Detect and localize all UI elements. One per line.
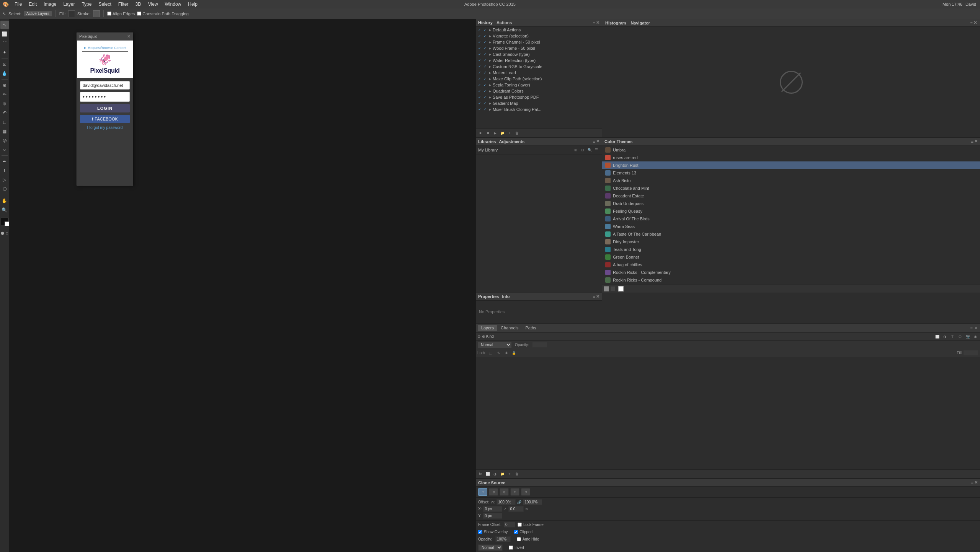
action-rgb[interactable]: ✓ ✓ ▶ Custom RGB to Grayscale xyxy=(476,64,602,70)
theme-green[interactable]: Green Bonnet xyxy=(602,253,980,261)
tab-navigator[interactable]: Navigator xyxy=(630,21,650,25)
theme-chillies[interactable]: A bag of chillies xyxy=(602,261,980,269)
auto-hide-checkbox[interactable] xyxy=(517,537,521,541)
layer-new-btn[interactable]: + xyxy=(506,471,513,477)
panel-menu-icon[interactable]: ≡ xyxy=(593,21,595,25)
theme-decadent[interactable]: Decadent Estate xyxy=(602,192,980,200)
action-gradient[interactable]: ✓ ✓ ▶ Gradient Map xyxy=(476,100,602,106)
lock-move-btn[interactable]: ✎ xyxy=(496,350,502,356)
menu-file[interactable]: File xyxy=(11,1,25,8)
opacity-value-input[interactable] xyxy=(495,536,511,542)
action-sepia[interactable]: ✓ ✓ ▶ Sepia Toning (layer) xyxy=(476,82,602,88)
tool-eyedropper[interactable]: 💧 xyxy=(0,69,9,78)
tool-shape[interactable]: ⬡ xyxy=(0,185,9,193)
filter-smart[interactable]: 📷 xyxy=(965,334,971,340)
screen-mode-icon[interactable]: ◻ xyxy=(6,231,8,235)
clone-src-1[interactable]: ⎅ xyxy=(478,488,487,496)
layer-mask-btn[interactable]: ⬜ xyxy=(485,471,491,477)
x-input[interactable] xyxy=(483,506,502,512)
theme-caribbean[interactable]: A Taste Of The Caribbean xyxy=(602,230,980,238)
menu-edit[interactable]: Edit xyxy=(26,1,40,8)
stroke-color[interactable] xyxy=(93,10,100,17)
theme-rockin-compound[interactable]: Rockin Ricks - Compound xyxy=(602,276,980,284)
tab-properties[interactable]: Properties xyxy=(478,294,499,299)
refresh-icon[interactable]: ↻ xyxy=(525,507,528,511)
fill-color[interactable] xyxy=(68,10,75,17)
menu-window[interactable]: Window xyxy=(162,1,185,8)
theme-umbra[interactable]: Umbra xyxy=(602,146,980,154)
tool-history-brush[interactable]: ↶ xyxy=(0,109,9,117)
clone-src-4[interactable]: ⎅ xyxy=(510,488,519,496)
tool-dodge[interactable]: ○ xyxy=(0,145,9,154)
clone-source-close-icon[interactable]: ✕ xyxy=(974,480,978,485)
pixelsquid-close-icon[interactable]: ✕ xyxy=(127,34,131,39)
swatch-selected[interactable] xyxy=(618,286,624,291)
action-frame[interactable]: ✓ ✓ ▶ Frame Channel - 50 pixel xyxy=(476,39,602,45)
menu-select[interactable]: Select xyxy=(95,1,114,8)
tool-gradient[interactable]: ▦ xyxy=(0,127,9,135)
y-input[interactable] xyxy=(483,513,502,519)
lock-position-btn[interactable]: ✚ xyxy=(503,350,510,356)
new-set-btn[interactable]: 📁 xyxy=(499,130,505,136)
swatch-fg[interactable] xyxy=(604,286,609,291)
histogram-menu-icon[interactable]: ≡ xyxy=(970,21,973,25)
theme-brighton[interactable]: Brighton Rust xyxy=(602,161,980,169)
lib-btn-1[interactable]: ⊞ xyxy=(573,147,579,153)
tool-pen[interactable]: ✒ xyxy=(0,157,9,166)
tool-brush[interactable]: ✏ xyxy=(0,90,9,99)
tool-eraser[interactable]: ◻ xyxy=(0,118,9,126)
layer-fx-btn[interactable]: fx xyxy=(477,471,483,477)
frame-offset-input[interactable] xyxy=(504,522,515,528)
theme-arrival[interactable]: Arrival Of The Birds xyxy=(602,215,980,223)
filter-type[interactable]: T xyxy=(949,334,956,340)
menu-3d[interactable]: 3D xyxy=(132,1,144,8)
layer-adj-btn[interactable]: ◑ xyxy=(492,471,498,477)
tool-select-rect[interactable]: ⬜ xyxy=(0,30,9,38)
clone-source-menu-icon[interactable]: ≡ xyxy=(971,480,973,485)
tool-zoom[interactable]: 🔍 xyxy=(0,206,9,214)
tool-wand[interactable]: ✦ xyxy=(0,48,9,57)
theme-teals[interactable]: Teals and Tong xyxy=(602,246,980,253)
tab-info[interactable]: Info xyxy=(502,294,510,299)
color-themes-close-icon[interactable]: ✕ xyxy=(974,139,978,144)
tool-stamp[interactable]: ⎅ xyxy=(0,99,9,108)
action-default[interactable]: ✓ ✓ ▶ Default Actions xyxy=(476,27,602,33)
tool-lasso[interactable]: ⌒ xyxy=(0,39,9,47)
lock-all-btn[interactable]: 🔒 xyxy=(511,350,517,356)
angle-input[interactable] xyxy=(508,506,524,512)
delete-btn[interactable]: 🗑 xyxy=(514,130,520,136)
w-input[interactable] xyxy=(497,499,516,505)
pixelsquid-password-input[interactable] xyxy=(80,92,130,102)
action-molten[interactable]: ✓ ✓ ▶ Molten Lead xyxy=(476,70,602,76)
tool-move[interactable]: ↖ xyxy=(0,21,9,29)
layer-folder-btn[interactable]: 📁 xyxy=(499,471,505,477)
pixelsquid-facebook-button[interactable]: f FACEBOOK xyxy=(80,115,130,123)
record-btn[interactable]: ⏺ xyxy=(485,130,491,136)
color-themes-menu-icon[interactable]: ≡ xyxy=(971,139,973,144)
tool-crop[interactable]: ⊡ xyxy=(0,60,9,68)
clone-src-2[interactable]: ⎅ xyxy=(489,488,498,496)
properties-close-icon[interactable]: ✕ xyxy=(596,294,599,299)
libraries-menu-icon[interactable]: ≡ xyxy=(593,139,595,144)
quick-mask-icon[interactable]: ⬤ xyxy=(1,231,4,235)
constrain-checkbox[interactable] xyxy=(137,11,141,16)
tab-paths[interactable]: Paths xyxy=(523,325,539,331)
pixelsquid-forgot-link[interactable]: I forgot my password xyxy=(80,125,130,130)
fill-input[interactable] xyxy=(963,350,978,356)
tab-histogram[interactable]: Histogram xyxy=(605,21,626,25)
clipped-checkbox[interactable] xyxy=(514,530,518,534)
theme-dirty[interactable]: Dirty Imposter xyxy=(602,238,980,246)
filter-pixel[interactable]: ⬜ xyxy=(934,334,940,340)
filter-adj[interactable]: ◑ xyxy=(942,334,948,340)
tool-hand[interactable]: ✋ xyxy=(0,197,9,205)
panel-close-icon[interactable]: ✕ xyxy=(596,20,599,25)
action-cast[interactable]: ✓ ✓ ▶ Cast Shadow (type) xyxy=(476,51,602,57)
tab-adjustments[interactable]: Adjustments xyxy=(499,139,524,144)
clone-blend-select[interactable]: Normal Multiply xyxy=(478,544,503,551)
menu-layer[interactable]: Layer xyxy=(60,1,78,8)
invert-checkbox[interactable] xyxy=(509,545,513,550)
active-layers-dropdown[interactable]: Active Layers xyxy=(24,11,52,16)
pixelsquid-email-input[interactable] xyxy=(80,81,130,90)
menu-filter[interactable]: Filter xyxy=(115,1,132,8)
tool-spot-heal[interactable]: ⊕ xyxy=(0,81,9,90)
